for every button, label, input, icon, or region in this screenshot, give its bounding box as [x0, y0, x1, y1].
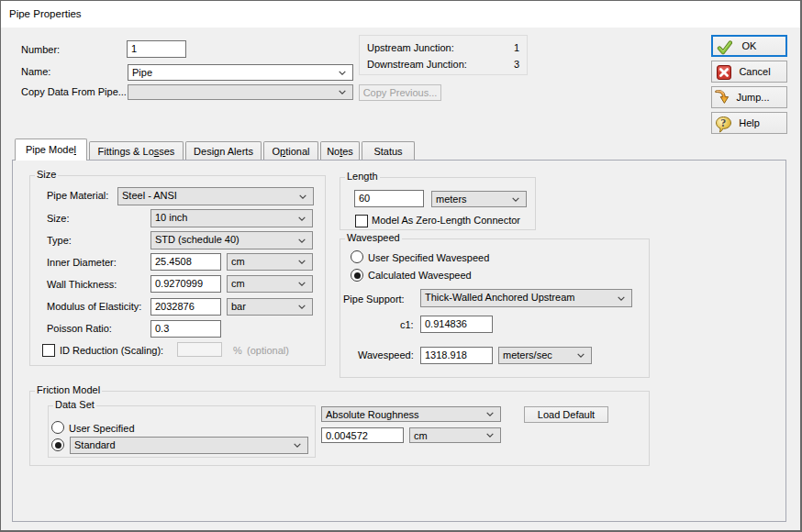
svg-text:?: ? — [720, 116, 726, 129]
